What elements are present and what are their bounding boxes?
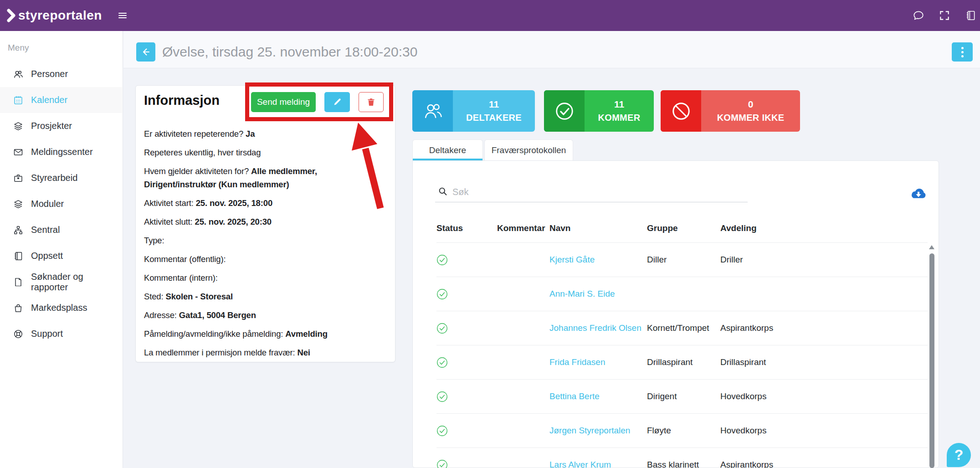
info-line: Kommentar (intern): [144,271,388,284]
tab-fravaersprotokollen[interactable]: Fraværsprotokollen [484,139,573,160]
stat-label: KOMMER [598,113,641,123]
sidebar-item-moduler[interactable]: Moduler [0,191,122,217]
cell-gruppe: Fløyte [647,426,720,436]
stat-card-kommer: 11 KOMMER [544,90,654,132]
sidebar: Meny Personer Kalender Prosjekter Meldin… [0,31,123,468]
sidebar-section-label: Meny [8,43,29,53]
status-check-icon [436,288,448,300]
send-message-button[interactable]: Send melding [251,92,316,112]
more-actions-button[interactable] [952,42,973,62]
bag-icon [13,303,24,314]
fullscreen-icon[interactable] [939,10,950,21]
member-link[interactable]: Lars Alver Krum [549,460,647,468]
status-check-icon [436,459,448,468]
stat-card-deltakere: 11 DELTAKERE [412,90,535,132]
member-link[interactable]: Ann-Mari S. Eide [549,289,647,299]
sidebar-item-label: Support [31,329,63,339]
tab-deltakere[interactable]: Deltakere [412,139,483,160]
info-card-title: Informasjon [144,93,220,108]
scrollbar-up-arrow[interactable] [929,245,934,249]
chat-icon[interactable] [913,10,924,21]
sidebar-item-meldingssenter[interactable]: Meldingssenter [0,139,122,165]
sidebar-item-sentral[interactable]: Sentral [0,217,122,243]
table-header-row: Status Kommentar Navn Gruppe Avdeling [436,214,928,242]
sidebar-item-oppsett[interactable]: Oppsett [0,243,122,269]
sidebar-item-styrearbeid[interactable]: Styrearbeid [0,165,122,191]
status-check-icon [436,254,448,266]
hamburger-menu-icon[interactable] [118,11,128,20]
info-line: La medlemmer i permisjon melde fravær: N… [144,346,388,359]
sidebar-item-support[interactable]: Support [0,321,122,347]
info-line: Er aktiviteten repeterende? Ja [144,127,388,140]
download-cloud-icon[interactable] [909,187,928,202]
cell-avdeling: Drillaspirant [720,357,928,367]
delete-button[interactable] [359,92,384,112]
info-line: Repeteres ukentlig, hver tirsdag [144,146,388,159]
member-link[interactable]: Jørgen Styreportalen [549,426,647,436]
cell-gruppe: Bass klarinett [647,460,720,468]
table-row: Ann-Mari S. Eide [436,277,928,311]
sidebar-item-prosjekter[interactable]: Prosjekter [0,113,122,139]
info-line: Aktivitet start: 25. nov. 2025, 18:00 [144,196,388,210]
cell-avdeling: Hovedkorps [720,426,928,436]
member-link[interactable]: Johannes Fredrik Olsen [549,323,647,333]
sidebar-item-soknader[interactable]: Søknader og rapporter [0,269,122,295]
info-line: Adresse: Gata1, 5004 Bergen [144,309,388,322]
info-line: Type: [144,234,388,247]
ban-icon [661,90,701,132]
scrollbar-thumb[interactable] [929,253,934,468]
cell-gruppe: Diller [647,255,720,265]
changelog-icon[interactable] [965,10,976,21]
edit-button[interactable] [324,92,350,112]
topbar: styreportalen [0,0,980,31]
logo-text: styreportalen [18,8,102,23]
sidebar-item-label: Personer [31,69,68,79]
book-icon [13,251,24,262]
member-link[interactable]: Bettina Berte [549,391,647,401]
sidebar-item-markedsplass[interactable]: Markedsplass [0,295,122,321]
cell-gruppe: Drillaspirant [647,357,720,367]
logo-chevron-icon [6,9,16,22]
status-check-icon [436,391,448,402]
sitemap-icon [13,225,24,236]
app-logo[interactable]: styreportalen [6,8,102,23]
cell-avdeling: Driller [720,255,928,265]
table-row: Bettina Berte Dirigent Hovedkorps [436,379,928,413]
column-header: Avdeling [720,223,928,233]
layers-icon [13,199,24,210]
people-icon [412,90,453,132]
sidebar-item-label: Markedsplass [31,303,87,313]
sidebar-item-label: Prosjekter [31,121,72,131]
table-row: Jørgen Styreportalen Fløyte Hovedkorps [436,413,928,447]
stat-value: 0 [748,99,754,110]
table-row: Kjersti Gåte Diller Driller [436,242,928,277]
sidebar-item-label: Moduler [31,199,64,209]
envelope-icon [13,147,24,158]
info-card: Informasjon Er aktiviteten repeterende? … [135,85,395,362]
member-link[interactable]: Frida Fridasen [549,357,647,367]
column-header: Navn [549,223,647,233]
cell-gruppe: Dirigent [647,391,720,401]
life-ring-icon [13,329,24,339]
status-check-icon [436,323,448,334]
sidebar-item-personer[interactable]: Personer [0,61,122,87]
stat-value: 11 [614,99,624,110]
sidebar-item-label: Oppsett [31,251,63,261]
column-header: Gruppe [647,223,720,233]
search-input[interactable] [452,183,739,201]
layers-icon [13,121,24,132]
cell-avdeling: Aspirantkorps [720,323,928,333]
sidebar-item-kalender[interactable]: Kalender [0,87,122,113]
member-link[interactable]: Kjersti Gåte [549,255,647,265]
participants-table: Status Kommentar Navn Gruppe Avdeling Kj… [436,214,928,468]
back-button[interactable] [136,42,155,62]
status-check-icon [436,425,448,437]
briefcase-icon [13,173,24,184]
info-line: Aktivitet slutt: 25. nov. 2025, 20:30 [144,215,388,228]
search-icon [438,186,448,196]
help-button[interactable]: ? [947,443,971,467]
sidebar-item-label: Sentral [31,225,60,235]
sidebar-item-label: Kalender [31,95,67,105]
table-row: Frida Fridasen Drillaspirant Drillaspira… [436,345,928,379]
table-row: Johannes Fredrik Olsen Kornett/Trompet A… [436,311,928,345]
